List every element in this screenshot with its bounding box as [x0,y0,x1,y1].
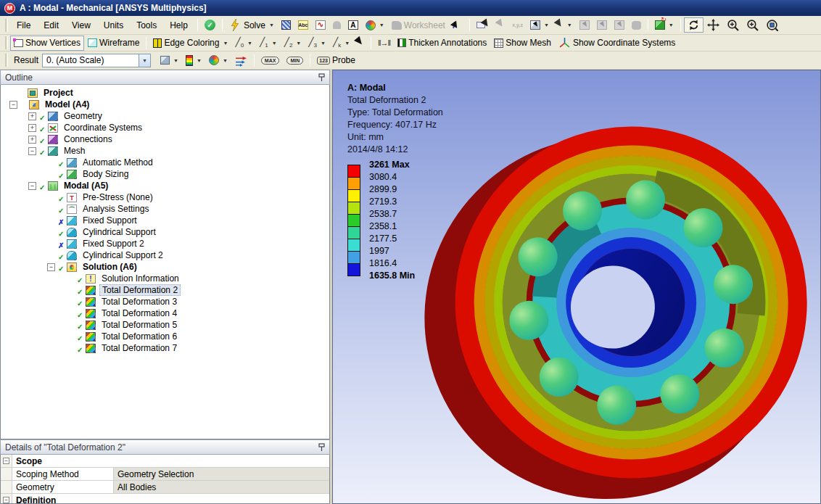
tree-item-total-deformation-6[interactable]: ✓Total Deformation 6 [1,331,329,342]
show-mesh-button[interactable]: Show Mesh [490,36,555,51]
zoom-box-button[interactable] [723,17,743,33]
tree-item-model-a4-[interactable]: −✓Model (A4) [1,99,329,110]
tree-item-coordinate-systems[interactable]: +✓Coordinate Systems [1,122,329,133]
details-field-value[interactable]: Geometry Selection [114,468,329,480]
tree-item-total-deformation-4[interactable]: ✓Total Deformation 4 [1,307,329,319]
show-min-button[interactable]: MIN [283,53,307,68]
manage-views-button[interactable]: ▼ [651,17,677,33]
pan-button[interactable] [704,17,723,33]
tree-expander-minus[interactable]: − [47,263,55,271]
chevron-down-icon[interactable]: ▼ [379,22,384,28]
tree-item-fixed-support[interactable]: ✗Fixed Support [1,215,329,226]
thicken-annotations-button[interactable]: Thicken Annotations [394,36,490,51]
chevron-down-icon[interactable]: ▼ [223,41,228,46]
menu-tools[interactable]: Tools [130,18,163,33]
tree-expander-minus[interactable]: − [28,147,36,155]
zoom-button[interactable] [743,17,762,33]
tree-item-cylindrical-support-2[interactable]: ✓Cylindrical Support 2 [1,249,329,261]
annotation-scale-button[interactable]: ‖→‖ [374,36,394,51]
zoom-fit-button[interactable] [762,17,782,33]
label-select-button[interactable] [473,17,494,33]
edge-style-3-button[interactable]: ╱3▼ [305,36,329,51]
tree-item-total-deformation-2[interactable]: ✓Total Deformation 2 [1,284,329,296]
details-section-scope[interactable]: −Scope [1,455,329,468]
tree-item-pre-stress-none-[interactable]: ✓Pre-Stress (None) [1,191,329,203]
preferences-check-button[interactable]: ✓ [201,17,219,33]
section-collapse-icon[interactable]: − [3,458,9,464]
tree-expander-plus[interactable]: + [28,112,36,120]
result-scale-combobox[interactable]: 0. (Auto Scale) ▼ [42,54,151,67]
chevron-down-icon[interactable]: ▼ [345,41,350,46]
vector-display-button[interactable] [231,53,251,68]
edge-style-1-button[interactable]: ╱1▼ [256,36,281,51]
menu-edit[interactable]: Edit [37,18,65,33]
chevron-down-icon[interactable]: ▼ [296,41,301,46]
select-mode-button[interactable]: ▼ [527,17,553,33]
check-mark-icon: ✓ [77,323,85,331]
tree-item-connections[interactable]: +✓Connections [1,133,329,145]
show-coordinate-systems-button[interactable]: Show Coordinate Systems [555,36,679,51]
result-averaging-button[interactable]: ▼ [205,53,231,68]
show-info-button[interactable]: i [449,17,466,33]
chevron-down-icon[interactable]: ▼ [197,58,202,63]
tree-item-mesh[interactable]: −✓Mesh [1,145,329,157]
chevron-down-icon[interactable]: ▼ [272,41,277,46]
edge-coloring-icon [153,38,162,48]
chevron-down-icon[interactable]: ▼ [321,41,326,46]
tree-expander-plus[interactable]: + [28,124,36,132]
edge-style-0-button[interactable]: ╱0▼ [231,36,256,51]
probe-button[interactable]: 123 Probe [313,53,359,68]
annotation-pointer-button[interactable] [353,36,368,51]
section-plane-button[interactable] [278,17,294,33]
tree-item-cylindrical-support[interactable]: ✓Cylindrical Support [1,226,329,238]
tree-item-fixed-support-2[interactable]: ✗Fixed Support 2 [1,238,329,249]
pin-icon[interactable] [318,443,325,452]
annotation-label-button[interactable]: A [345,17,362,33]
tree-item-total-deformation-7[interactable]: ✓Total Deformation 7 [1,342,329,354]
chevron-down-icon[interactable]: ▼ [544,22,549,28]
chevron-down-icon[interactable]: ▼ [247,41,252,46]
chevron-down-icon[interactable]: ▼ [669,22,674,28]
pin-icon[interactable] [318,73,325,82]
new-comment-button[interactable]: Abc [294,17,312,33]
rotate-button[interactable] [684,17,704,33]
tree-item-analysis-settings[interactable]: ✓Analysis Settings [1,203,329,215]
new-chart-button[interactable]: ∿ [312,17,329,33]
select-type-button[interactable]: ▼ [553,17,576,33]
tree-item-geometry[interactable]: +✓Geometry [1,110,329,122]
details-section-definition[interactable]: −Definition [1,494,329,504]
show-vertices-button[interactable]: Show Vertices [10,36,84,51]
graphics-viewport[interactable]: A: Modal Total Deformation 2Type: Total … [332,70,821,504]
menu-units[interactable]: Units [97,18,130,33]
menu-file[interactable]: File [10,18,37,33]
tree-item-total-deformation-5[interactable]: ✓Total Deformation 5 [1,319,329,331]
tree-item-body-sizing[interactable]: ✓Body Sizing [1,168,329,180]
chevron-down-icon[interactable]: ▼ [173,58,178,63]
edge-style-k-button[interactable]: ╱k▼ [329,36,353,51]
details-field-value[interactable]: All Bodies [114,481,329,493]
tree-expander-minus[interactable]: − [28,182,36,190]
edge-coloring-button[interactable]: Edge Coloring ▼ [149,36,231,51]
show-max-button[interactable]: MAX [257,53,284,68]
edge-style-2-button[interactable]: ╱2▼ [281,36,305,51]
combobox-arrow-icon[interactable]: ▼ [139,54,150,67]
tree-item-solution-a6-[interactable]: −✓Solution (A6) [1,261,329,273]
wireframe-button[interactable]: Wireframe [84,36,143,51]
solve-button[interactable]: Solve▼ [226,17,278,33]
tree-item-solution-information[interactable]: ✓Solution Information [1,273,329,284]
result-display-button[interactable]: ▼ [362,17,388,33]
chevron-down-icon[interactable]: ▼ [567,22,572,28]
tree-item-total-deformation-3[interactable]: ✓Total Deformation 3 [1,296,329,307]
chevron-down-icon[interactable]: ▼ [269,22,274,28]
tree-item-project[interactable]: ✓Project [1,87,329,99]
tree-item-automatic-method[interactable]: ✓Automatic Method [1,157,329,168]
tree-expander-plus[interactable]: + [28,136,36,144]
tree-item-modal-a5-[interactable]: −✓Modal (A5) [1,180,329,191]
chevron-down-icon[interactable]: ▼ [223,58,228,63]
menu-view[interactable]: View [65,18,97,33]
contour-bands-button[interactable]: ▼ [182,53,205,68]
section-collapse-icon[interactable]: − [3,497,9,503]
tree-expander-minus[interactable]: − [9,101,17,109]
geometry-display-button[interactable]: ▼ [157,53,182,68]
menu-help[interactable]: Help [163,18,194,33]
